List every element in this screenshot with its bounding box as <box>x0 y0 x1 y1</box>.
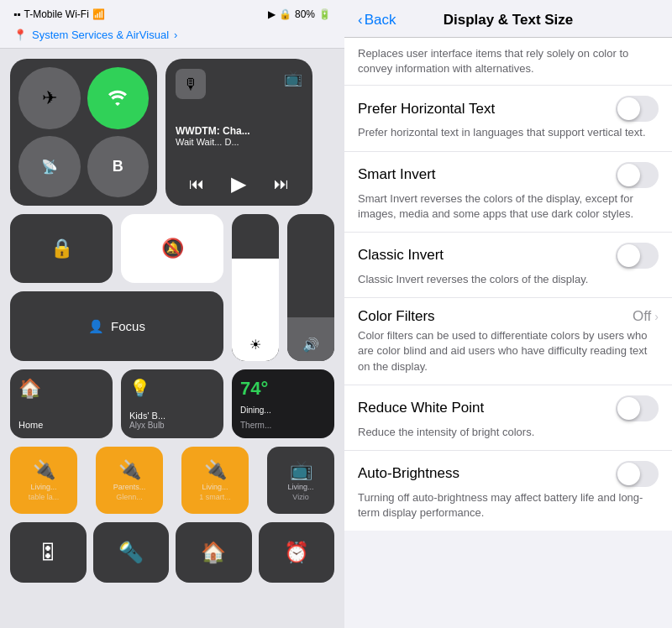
temp-sub: Therm... <box>240 421 271 430</box>
prefer-horizontal-text-main: Prefer Horizontal Text <box>358 96 659 122</box>
back-chevron-icon: ‹ <box>358 12 363 29</box>
app-sub-2: Glenn... <box>116 493 143 501</box>
playback-controls: ⏮ ▶ ⏭ <box>176 172 302 196</box>
brightness-slider[interactable]: ☀ <box>232 214 279 361</box>
now-playing-info: WWDTM: Cha... Wait Wait... D... <box>176 125 302 147</box>
color-filters-off-text: Off <box>633 308 651 325</box>
app-sub-3: 1 smart... <box>199 493 231 501</box>
settings-content: Replaces user interface items that rely … <box>344 38 672 628</box>
focus-label: Focus <box>111 319 145 333</box>
left-panel: ▪▪ T-Mobile Wi-Fi 📶 ▶ 🔒 80% 🔋 📍 System S… <box>0 0 344 628</box>
airplay-icon[interactable]: 📺 <box>284 69 302 87</box>
now-playing-header: 🎙 📺 <box>176 69 302 99</box>
focus-icon: 👤 <box>88 319 104 334</box>
skip-back-icon[interactable]: ⏮ <box>189 175 204 193</box>
home-button[interactable]: 🏠 Home <box>10 369 113 438</box>
app-icon-living1[interactable]: 🔌 Living... table la... <box>10 447 77 514</box>
system-bar: 📍 System Services & AirVisual › <box>0 25 344 49</box>
prefer-horizontal-text-row: Prefer Horizontal Text Prefer horizontal… <box>344 86 672 151</box>
color-filters-desc: Color filters can be used to differentia… <box>358 328 659 374</box>
auto-brightness-toggle[interactable] <box>616 461 659 487</box>
cellular-button[interactable]: 📡 <box>18 136 81 198</box>
bottom-buttons-row: 🎛 🔦 🏠 ⏰ <box>10 522 334 583</box>
app-icon-vizio[interactable]: 📺 Living... Vizio <box>267 447 334 514</box>
prefer-horizontal-text-toggle[interactable] <box>616 96 659 122</box>
plug-icon-3: 🔌 <box>204 459 227 481</box>
app-label-1: Living... <box>30 483 56 491</box>
carrier-label: T-Mobile Wi-Fi <box>24 8 89 20</box>
top-row: ✈ 📡 B 🎙 📺 WWDTM: Cha... Wait Wait... D..… <box>10 59 334 206</box>
app-label-4: Living... <box>287 483 313 491</box>
airplane-mode-button[interactable]: ✈ <box>18 67 81 129</box>
alarm-button[interactable]: ⏰ <box>259 522 335 583</box>
plug-icon-2: 🔌 <box>118 459 141 481</box>
flashlight-button[interactable]: 🔦 <box>93 522 170 583</box>
reduce-white-point-desc: Reduce the intensity of bright colors. <box>358 425 659 440</box>
signal-icon: ▪▪ <box>13 8 21 20</box>
back-label: Back <box>365 12 396 29</box>
top-desc-text: Replaces user interface items that rely … <box>358 47 628 75</box>
app-label-3: Living... <box>202 483 228 491</box>
kids-bulb-button[interactable]: 💡 Kids' B... Alyx Bulb <box>121 369 223 438</box>
small-tiles-row: 🔒 🔕 <box>10 214 223 283</box>
control-grid: ✈ 📡 B 🎙 📺 WWDTM: Cha... Wait Wait... D..… <box>0 49 344 628</box>
now-playing-subtitle: Wait Wait... D... <box>176 137 302 147</box>
smart-invert-label: Smart Invert <box>358 166 436 183</box>
toggle-knob-4 <box>617 397 640 420</box>
back-button[interactable]: ‹ Back <box>358 12 396 29</box>
tv-icon: 📺 <box>290 459 312 481</box>
connectivity-block[interactable]: ✈ 📡 B <box>10 59 157 206</box>
classic-invert-toggle[interactable] <box>616 243 659 269</box>
battery-info: ▶ 🔒 80% 🔋 <box>268 8 331 20</box>
reduce-white-point-main: Reduce White Point <box>358 395 659 421</box>
prefer-horizontal-text-desc: Prefer horizontal text in languages that… <box>358 125 659 140</box>
toggle-knob-2 <box>617 164 640 186</box>
color-filters-label: Color Filters <box>358 308 435 325</box>
auto-brightness-desc: Turning off auto-brightness may affect b… <box>358 490 659 521</box>
remote-button[interactable]: 🎛 <box>10 522 87 583</box>
settings-header: ‹ Back Display & Text Size <box>344 0 672 38</box>
play-icon[interactable]: ▶ <box>231 172 246 196</box>
home-row: 🏠 Home 💡 Kids' B... Alyx Bulb 74° Dining… <box>10 369 334 438</box>
reduce-white-point-toggle[interactable] <box>616 395 659 421</box>
chevron-right-icon: › <box>174 29 177 41</box>
bluetooth-button[interactable]: B <box>87 136 150 198</box>
color-filters-value: Off › <box>633 308 659 325</box>
app-sub-4: Vizio <box>292 493 308 501</box>
home-info: Home <box>18 420 43 430</box>
bulb-label: Kids' B... <box>129 411 165 421</box>
toggle-knob-5 <box>617 463 640 485</box>
plug-icon-1: 🔌 <box>33 459 55 481</box>
settings-title: Display & Text Size <box>444 12 574 29</box>
volume-slider[interactable]: 🔊 <box>287 214 334 361</box>
lock-icon: 🔒 <box>279 8 291 20</box>
now-playing-title: WWDTM: Cha... <box>176 125 302 137</box>
system-bar-label: System Services & AirVisual <box>32 29 169 41</box>
color-filters-row[interactable]: Color Filters Off › Color filters can be… <box>344 298 672 385</box>
battery-icon: 🔋 <box>318 8 331 20</box>
volume-icon: 🔊 <box>302 337 319 353</box>
auto-brightness-label: Auto-Brightness <box>358 465 459 482</box>
focus-button[interactable]: 👤 Focus <box>10 291 223 361</box>
prefer-horizontal-text-label: Prefer Horizontal Text <box>358 101 495 118</box>
home-label: Home <box>18 420 43 430</box>
thermostat-button[interactable]: 74° Dining... Therm... <box>232 369 334 438</box>
home-hub-button[interactable]: 🏠 <box>176 522 252 583</box>
now-playing-tile[interactable]: 🎙 📺 WWDTM: Cha... Wait Wait... D... ⏮ ▶ … <box>165 59 312 206</box>
location-icon: ▶ <box>268 8 276 20</box>
smart-invert-toggle[interactable] <box>616 162 659 188</box>
screen-time-button[interactable]: 🔒 <box>10 214 113 283</box>
app-icon-living2[interactable]: 🔌 Living... 1 smart... <box>181 447 249 514</box>
skip-forward-icon[interactable]: ⏭ <box>274 175 289 193</box>
home-icon: 🏠 <box>18 378 41 400</box>
smart-invert-main: Smart Invert <box>358 162 659 188</box>
status-bar: ▪▪ T-Mobile Wi-Fi 📶 ▶ 🔒 80% 🔋 <box>0 0 344 25</box>
wifi-button[interactable] <box>87 67 150 129</box>
temp-label: Dining... <box>240 406 271 415</box>
reduce-white-point-label: Reduce White Point <box>358 400 484 416</box>
app-icon-parents[interactable]: 🔌 Parents... Glenn... <box>96 447 163 514</box>
classic-invert-main: Classic Invert <box>358 243 659 269</box>
battery-label: 80% <box>295 8 315 20</box>
mute-button[interactable]: 🔕 <box>121 214 223 283</box>
wifi-icon: 📶 <box>92 8 105 20</box>
